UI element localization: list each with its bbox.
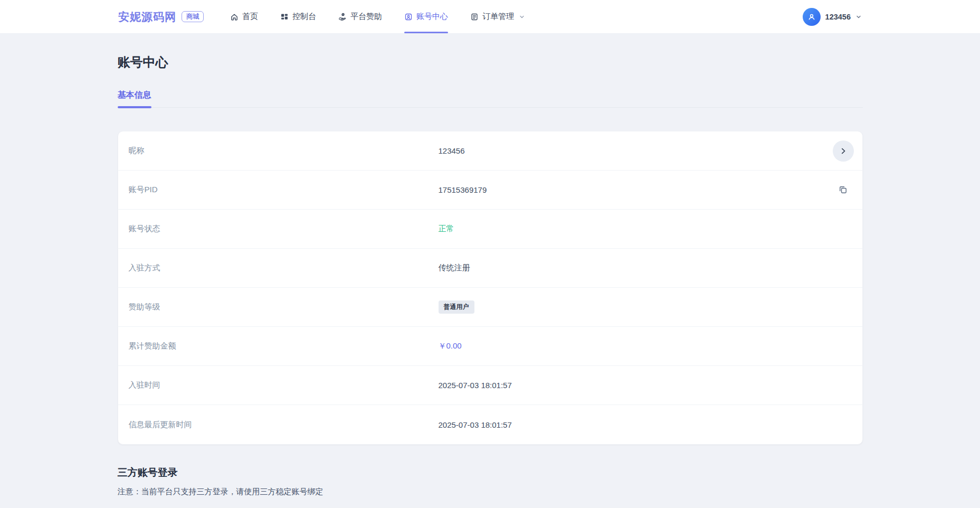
main-content: 账号中心 基本信息 昵称 123456 账号PID 17515369179 账号… — [118, 54, 863, 508]
chevron-right-icon — [840, 147, 847, 155]
dashboard-grid-icon — [280, 13, 289, 21]
order-list-icon — [470, 13, 479, 21]
nav-item-account-center[interactable]: 账号中心 — [404, 0, 448, 34]
info-row-value: 123456 — [439, 146, 465, 155]
chevron-down-icon — [518, 14, 525, 20]
third-party-section-title: 三方账号登录 — [118, 466, 863, 479]
info-row-updated-time: 信息最后更新时间 2025-07-03 18:01:57 — [118, 405, 862, 444]
info-row-sponsor-amount: 累计赞助金额 ￥0.00 — [118, 327, 862, 366]
info-row-register-method: 入驻方式 传统注册 — [118, 249, 862, 288]
home-icon — [230, 13, 239, 21]
sponsor-amount: ￥0.00 — [439, 341, 462, 351]
info-row-label: 入驻方式 — [129, 263, 439, 273]
info-row-label: 入驻时间 — [129, 380, 439, 390]
page-title: 账号中心 — [118, 54, 863, 71]
nav-item-label: 控制台 — [292, 12, 316, 22]
hand-coin-icon — [338, 13, 347, 21]
nav-item-label: 账号中心 — [416, 12, 448, 22]
info-row-value: 17515369179 — [439, 185, 487, 194]
info-row-value: 2025-07-03 18:01:57 — [439, 420, 512, 429]
info-row-value: 2025-07-03 18:01:57 — [439, 381, 512, 390]
info-row-label: 昵称 — [129, 146, 439, 156]
chevron-down-icon — [855, 14, 862, 20]
user-name: 123456 — [825, 13, 851, 21]
info-row-label: 信息最后更新时间 — [129, 420, 439, 430]
tab-bar: 基本信息 — [118, 90, 863, 108]
info-row-label: 赞助等级 — [129, 302, 439, 312]
info-row-register-time: 入驻时间 2025-07-03 18:01:57 — [118, 366, 862, 405]
tab-basic-info[interactable]: 基本信息 — [118, 90, 151, 107]
edit-nickname-button[interactable] — [833, 140, 854, 162]
logo[interactable]: 安妮源码网 商城 — [118, 10, 204, 24]
status-text: 正常 — [439, 224, 454, 234]
nav-item-console[interactable]: 控制台 — [280, 0, 316, 34]
basic-info-card: 昵称 123456 账号PID 17515369179 账号状态 正常 入驻方式… — [118, 131, 863, 445]
account-card-icon — [404, 13, 413, 21]
info-row-value: 传统注册 — [439, 263, 470, 273]
info-row-status: 账号状态 正常 — [118, 210, 862, 249]
copy-icon — [838, 185, 848, 195]
avatar — [803, 8, 821, 26]
nav-item-label: 订单管理 — [482, 12, 514, 22]
nav-item-orders[interactable]: 订单管理 — [470, 0, 525, 34]
info-row-label: 账号PID — [129, 185, 439, 195]
info-row-label: 累计赞助金额 — [129, 341, 439, 351]
nav-item-sponsor[interactable]: 平台赞助 — [338, 0, 382, 34]
third-party-note: 注意：当前平台只支持三方登录，请使用三方稳定账号绑定 — [118, 487, 863, 497]
logo-badge: 商城 — [182, 11, 204, 23]
info-row-label: 账号状态 — [129, 224, 439, 234]
info-row-pid: 账号PID 17515369179 — [118, 171, 862, 210]
user-menu[interactable]: 123456 — [803, 8, 862, 26]
main-nav: 首页 控制台 平台赞助 账号中心 订单管理 — [230, 0, 525, 34]
info-row-sponsor-level: 赞助等级 普通用户 — [118, 288, 862, 327]
person-icon — [806, 12, 817, 22]
sponsor-level-badge: 普通用户 — [439, 300, 474, 313]
nav-item-label: 平台赞助 — [350, 12, 382, 22]
nav-item-home[interactable]: 首页 — [230, 0, 258, 34]
top-header: 安妮源码网 商城 首页 控制台 平台赞助 账号中心 — [0, 0, 980, 34]
info-row-nickname: 昵称 123456 — [118, 131, 862, 171]
logo-text: 安妮源码网 — [118, 10, 176, 24]
copy-pid-button[interactable] — [838, 185, 848, 195]
nav-item-label: 首页 — [242, 12, 258, 22]
